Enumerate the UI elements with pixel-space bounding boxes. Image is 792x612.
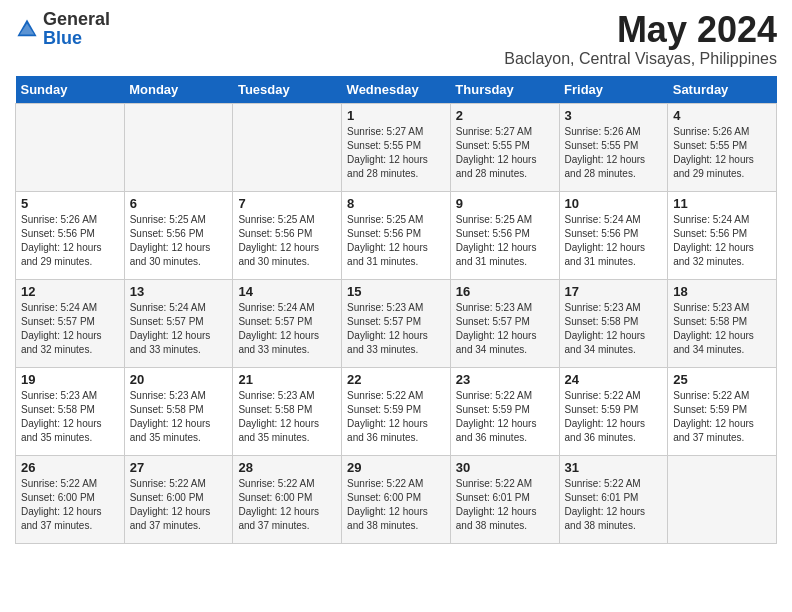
day-info: Sunrise: 5:25 AM Sunset: 5:56 PM Dayligh… (130, 213, 228, 269)
page-header: General Blue May 2024 Baclayon, Central … (15, 10, 777, 68)
day-info: Sunrise: 5:23 AM Sunset: 5:58 PM Dayligh… (673, 301, 771, 357)
day-info: Sunrise: 5:22 AM Sunset: 6:00 PM Dayligh… (21, 477, 119, 533)
weekday-header: Thursday (450, 76, 559, 104)
day-number: 24 (565, 372, 663, 387)
day-info: Sunrise: 5:22 AM Sunset: 5:59 PM Dayligh… (347, 389, 445, 445)
day-info: Sunrise: 5:22 AM Sunset: 5:59 PM Dayligh… (673, 389, 771, 445)
day-number: 10 (565, 196, 663, 211)
calendar-cell: 12Sunrise: 5:24 AM Sunset: 5:57 PM Dayli… (16, 279, 125, 367)
day-number: 3 (565, 108, 663, 123)
day-info: Sunrise: 5:22 AM Sunset: 6:01 PM Dayligh… (565, 477, 663, 533)
day-number: 6 (130, 196, 228, 211)
calendar-cell: 15Sunrise: 5:23 AM Sunset: 5:57 PM Dayli… (342, 279, 451, 367)
day-info: Sunrise: 5:24 AM Sunset: 5:57 PM Dayligh… (130, 301, 228, 357)
calendar-cell: 28Sunrise: 5:22 AM Sunset: 6:00 PM Dayli… (233, 455, 342, 543)
day-number: 14 (238, 284, 336, 299)
calendar-cell: 25Sunrise: 5:22 AM Sunset: 5:59 PM Dayli… (668, 367, 777, 455)
day-info: Sunrise: 5:22 AM Sunset: 6:01 PM Dayligh… (456, 477, 554, 533)
calendar-week-row: 1Sunrise: 5:27 AM Sunset: 5:55 PM Daylig… (16, 103, 777, 191)
day-number: 5 (21, 196, 119, 211)
day-number: 4 (673, 108, 771, 123)
day-number: 21 (238, 372, 336, 387)
day-number: 16 (456, 284, 554, 299)
day-number: 22 (347, 372, 445, 387)
calendar-cell: 5Sunrise: 5:26 AM Sunset: 5:56 PM Daylig… (16, 191, 125, 279)
day-number: 7 (238, 196, 336, 211)
day-number: 30 (456, 460, 554, 475)
calendar-cell: 8Sunrise: 5:25 AM Sunset: 5:56 PM Daylig… (342, 191, 451, 279)
header-row: SundayMondayTuesdayWednesdayThursdayFrid… (16, 76, 777, 104)
day-info: Sunrise: 5:23 AM Sunset: 5:58 PM Dayligh… (21, 389, 119, 445)
calendar-cell: 2Sunrise: 5:27 AM Sunset: 5:55 PM Daylig… (450, 103, 559, 191)
day-number: 31 (565, 460, 663, 475)
day-number: 23 (456, 372, 554, 387)
calendar-week-row: 26Sunrise: 5:22 AM Sunset: 6:00 PM Dayli… (16, 455, 777, 543)
calendar-cell: 26Sunrise: 5:22 AM Sunset: 6:00 PM Dayli… (16, 455, 125, 543)
calendar-cell: 10Sunrise: 5:24 AM Sunset: 5:56 PM Dayli… (559, 191, 668, 279)
day-info: Sunrise: 5:24 AM Sunset: 5:57 PM Dayligh… (21, 301, 119, 357)
day-number: 15 (347, 284, 445, 299)
day-info: Sunrise: 5:22 AM Sunset: 5:59 PM Dayligh… (565, 389, 663, 445)
day-number: 29 (347, 460, 445, 475)
calendar-week-row: 19Sunrise: 5:23 AM Sunset: 5:58 PM Dayli… (16, 367, 777, 455)
calendar-cell: 27Sunrise: 5:22 AM Sunset: 6:00 PM Dayli… (124, 455, 233, 543)
day-info: Sunrise: 5:23 AM Sunset: 5:58 PM Dayligh… (565, 301, 663, 357)
day-number: 13 (130, 284, 228, 299)
day-number: 11 (673, 196, 771, 211)
weekday-header: Wednesday (342, 76, 451, 104)
calendar-cell: 18Sunrise: 5:23 AM Sunset: 5:58 PM Dayli… (668, 279, 777, 367)
day-info: Sunrise: 5:22 AM Sunset: 6:00 PM Dayligh… (347, 477, 445, 533)
calendar-cell: 4Sunrise: 5:26 AM Sunset: 5:55 PM Daylig… (668, 103, 777, 191)
calendar-cell: 1Sunrise: 5:27 AM Sunset: 5:55 PM Daylig… (342, 103, 451, 191)
calendar-cell: 23Sunrise: 5:22 AM Sunset: 5:59 PM Dayli… (450, 367, 559, 455)
calendar-cell: 31Sunrise: 5:22 AM Sunset: 6:01 PM Dayli… (559, 455, 668, 543)
day-info: Sunrise: 5:22 AM Sunset: 6:00 PM Dayligh… (130, 477, 228, 533)
calendar-cell: 16Sunrise: 5:23 AM Sunset: 5:57 PM Dayli… (450, 279, 559, 367)
day-info: Sunrise: 5:23 AM Sunset: 5:57 PM Dayligh… (456, 301, 554, 357)
calendar-week-row: 5Sunrise: 5:26 AM Sunset: 5:56 PM Daylig… (16, 191, 777, 279)
day-info: Sunrise: 5:24 AM Sunset: 5:57 PM Dayligh… (238, 301, 336, 357)
calendar-table: SundayMondayTuesdayWednesdayThursdayFrid… (15, 76, 777, 544)
day-info: Sunrise: 5:22 AM Sunset: 6:00 PM Dayligh… (238, 477, 336, 533)
day-number: 20 (130, 372, 228, 387)
calendar-cell: 24Sunrise: 5:22 AM Sunset: 5:59 PM Dayli… (559, 367, 668, 455)
day-number: 12 (21, 284, 119, 299)
day-number: 27 (130, 460, 228, 475)
weekday-header: Sunday (16, 76, 125, 104)
calendar-cell: 9Sunrise: 5:25 AM Sunset: 5:56 PM Daylig… (450, 191, 559, 279)
day-info: Sunrise: 5:27 AM Sunset: 5:55 PM Dayligh… (347, 125, 445, 181)
calendar-cell: 17Sunrise: 5:23 AM Sunset: 5:58 PM Dayli… (559, 279, 668, 367)
calendar-week-row: 12Sunrise: 5:24 AM Sunset: 5:57 PM Dayli… (16, 279, 777, 367)
day-number: 28 (238, 460, 336, 475)
day-number: 26 (21, 460, 119, 475)
calendar-cell (124, 103, 233, 191)
title-area: May 2024 Baclayon, Central Visayas, Phil… (504, 10, 777, 68)
day-info: Sunrise: 5:24 AM Sunset: 5:56 PM Dayligh… (673, 213, 771, 269)
logo-icon (15, 17, 39, 41)
logo: General Blue (15, 10, 110, 48)
weekday-header: Saturday (668, 76, 777, 104)
calendar-cell: 13Sunrise: 5:24 AM Sunset: 5:57 PM Dayli… (124, 279, 233, 367)
day-number: 1 (347, 108, 445, 123)
calendar-body: 1Sunrise: 5:27 AM Sunset: 5:55 PM Daylig… (16, 103, 777, 543)
day-number: 18 (673, 284, 771, 299)
calendar-cell: 30Sunrise: 5:22 AM Sunset: 6:01 PM Dayli… (450, 455, 559, 543)
day-info: Sunrise: 5:26 AM Sunset: 5:55 PM Dayligh… (673, 125, 771, 181)
logo-blue-text: Blue (43, 28, 82, 48)
day-info: Sunrise: 5:25 AM Sunset: 5:56 PM Dayligh… (347, 213, 445, 269)
day-number: 2 (456, 108, 554, 123)
day-info: Sunrise: 5:23 AM Sunset: 5:57 PM Dayligh… (347, 301, 445, 357)
calendar-cell: 20Sunrise: 5:23 AM Sunset: 5:58 PM Dayli… (124, 367, 233, 455)
weekday-header: Friday (559, 76, 668, 104)
day-info: Sunrise: 5:23 AM Sunset: 5:58 PM Dayligh… (238, 389, 336, 445)
day-info: Sunrise: 5:24 AM Sunset: 5:56 PM Dayligh… (565, 213, 663, 269)
day-number: 17 (565, 284, 663, 299)
calendar-cell: 22Sunrise: 5:22 AM Sunset: 5:59 PM Dayli… (342, 367, 451, 455)
day-info: Sunrise: 5:23 AM Sunset: 5:58 PM Dayligh… (130, 389, 228, 445)
day-info: Sunrise: 5:26 AM Sunset: 5:55 PM Dayligh… (565, 125, 663, 181)
logo-general-text: General (43, 9, 110, 29)
calendar-header: SundayMondayTuesdayWednesdayThursdayFrid… (16, 76, 777, 104)
day-info: Sunrise: 5:22 AM Sunset: 5:59 PM Dayligh… (456, 389, 554, 445)
day-number: 9 (456, 196, 554, 211)
calendar-cell: 14Sunrise: 5:24 AM Sunset: 5:57 PM Dayli… (233, 279, 342, 367)
